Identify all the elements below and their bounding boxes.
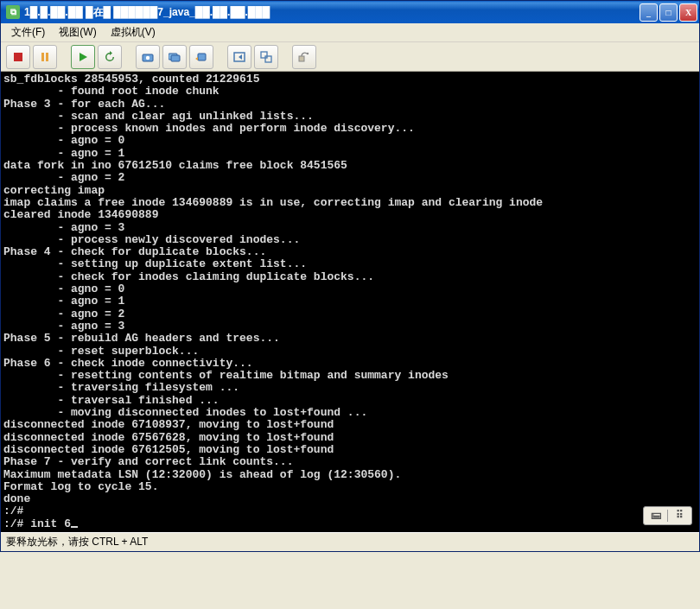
menu-bar: 文件(F) 视图(W) 虚拟机(V) <box>1 23 699 42</box>
toolbar-separator <box>130 47 130 67</box>
vm-console-window: ⧉ 1█.█.██.██ █在█ ██████7_java_██.██.██.█… <box>0 0 700 552</box>
app-icon: ⧉ <box>6 5 20 19</box>
drive-icon[interactable]: 🖴 <box>648 510 664 522</box>
snapshot-button[interactable] <box>136 45 160 69</box>
svg-rect-7 <box>171 55 180 61</box>
revert-button[interactable] <box>189 45 213 69</box>
revert-icon <box>195 51 207 63</box>
window-title: 1█.█.██.██ █在█ ██████7_java_██.██.██.███ <box>24 5 640 20</box>
tool-bar <box>1 42 699 72</box>
play-button[interactable] <box>71 45 95 69</box>
status-bar: 要释放光标，请按 CTRL + ALT <box>1 532 699 551</box>
toolbar-separator <box>65 47 66 67</box>
svg-marker-3 <box>80 53 87 61</box>
svg-point-13 <box>307 52 309 54</box>
console-viewport[interactable]: sb_fdblocks 28545953, counted 21229615 -… <box>1 72 699 532</box>
svg-rect-0 <box>14 53 22 61</box>
pause-icon <box>39 51 51 63</box>
unity-icon <box>260 51 272 63</box>
devices-icon <box>298 51 310 63</box>
svg-rect-2 <box>46 53 48 61</box>
window-controls: _ □ X <box>640 3 697 22</box>
menu-view[interactable]: 视图(W) <box>52 23 103 41</box>
fullscreen-button[interactable] <box>227 45 251 69</box>
svg-rect-8 <box>198 54 206 60</box>
svg-rect-10 <box>261 52 267 58</box>
svg-rect-12 <box>299 56 304 61</box>
svg-rect-1 <box>41 53 44 61</box>
play-icon <box>77 51 89 63</box>
refresh-button[interactable] <box>98 45 122 69</box>
status-text: 要释放光标，请按 CTRL + ALT <box>6 535 148 549</box>
camera-icon <box>142 51 154 63</box>
unity-button[interactable] <box>254 45 278 69</box>
snapshots-icon <box>169 51 181 63</box>
stop-button[interactable] <box>6 45 30 69</box>
menu-vm[interactable]: 虚拟机(V) <box>104 23 162 41</box>
menu-file[interactable]: 文件(F) <box>4 23 52 41</box>
svg-rect-11 <box>265 56 271 62</box>
devices-button[interactable] <box>292 45 316 69</box>
svg-point-5 <box>146 55 150 59</box>
snapshot-manager-button[interactable] <box>162 45 187 69</box>
console-output: sb_fdblocks 28545953, counted 21229615 -… <box>3 73 697 530</box>
close-button[interactable]: X <box>679 3 697 22</box>
toolbar-separator <box>221 47 222 67</box>
minimize-button[interactable]: _ <box>640 3 658 22</box>
refresh-icon <box>104 51 116 63</box>
toolbar-separator <box>286 47 287 67</box>
pause-button[interactable] <box>33 45 57 69</box>
title-bar[interactable]: ⧉ 1█.█.██.██ █在█ ██████7_java_██.██.██.█… <box>1 1 699 23</box>
menu-handle-icon[interactable]: ⠿ <box>671 510 687 522</box>
fullscreen-icon <box>233 51 245 63</box>
maximize-button[interactable]: □ <box>659 3 678 22</box>
separator <box>667 510 668 522</box>
stop-icon <box>12 51 24 63</box>
device-indicator-panel: 🖴 ⠿ <box>643 506 692 525</box>
